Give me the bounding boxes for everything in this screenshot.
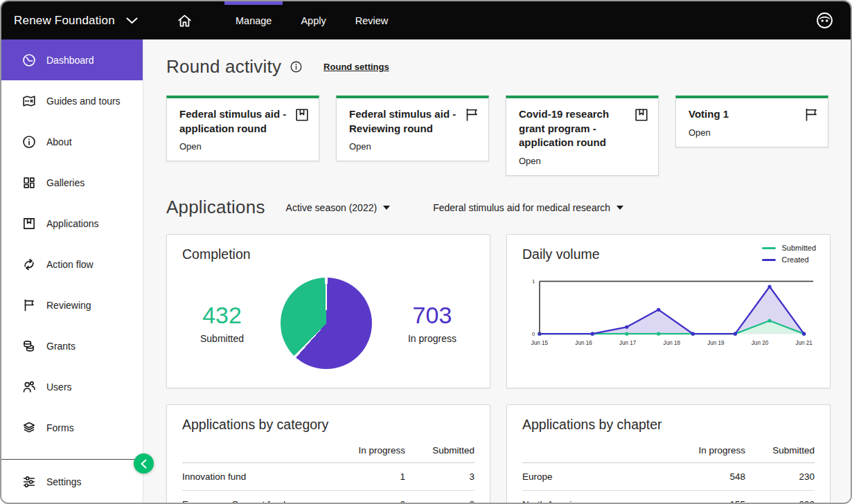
completion-pie-chart [281,278,372,369]
column-header: In progress [668,440,745,463]
sidebar-item-applications[interactable]: Applications [1,203,143,244]
sidebar-item-reviewing[interactable]: Reviewing [1,285,143,325]
chapter-table-title: Applications by chapter [522,417,815,433]
sidebar-item-grants[interactable]: Grants [1,325,143,366]
tab-manage[interactable]: Manage [221,1,286,39]
round-card[interactable]: Federal stimulus aid - application round… [166,96,319,161]
table-row: Innovation fund 1 3 [182,463,474,491]
round-card-status: Open [519,156,648,166]
round-cards: Federal stimulus aid - application round… [166,96,828,176]
chevron-down-icon [126,17,138,24]
chevron-left-icon [140,459,148,469]
grid-icon [21,175,37,190]
submitted-legend-swatch [762,247,776,249]
svg-text:0: 0 [532,331,535,337]
applications-title: Applications [166,197,265,218]
sidebar-item-settings[interactable]: Settings [1,460,143,504]
sidebar-item-galleries[interactable]: Galleries [1,162,143,203]
created-legend-swatch [762,259,776,261]
avatar-icon [815,11,834,30]
app-window: Renew Foundation Manage Apply Review [0,0,852,504]
dashboard-icon [21,53,37,68]
svg-text:Jun 20: Jun 20 [752,340,769,346]
round-card-status: Open [349,141,479,152]
sidebar-item-users[interactable]: Users [1,366,143,407]
svg-text:Jun 18: Jun 18 [664,340,681,346]
round-activity-info-button[interactable] [290,60,303,73]
legend-label: Created [781,255,808,264]
flag-icon [463,107,480,123]
sidebar-item-guides-and-tours[interactable]: Guides and tours [1,80,143,121]
round-card[interactable]: Federal stimulus aid - Reviewing round O… [336,96,489,161]
sidebar-item-dashboard[interactable]: Dashboard [1,39,143,80]
svg-text:1: 1 [532,278,535,285]
map-icon [21,93,37,109]
round-card-title: Federal stimulus aid - application round [179,107,309,136]
sidebar-item-action-flow[interactable]: Action flow [1,244,143,285]
in-progress-count: 703 [408,303,456,327]
applications-by-chapter-panel: Applications by chapter In progress Subm… [506,404,831,503]
layers-icon [21,420,37,435]
column-header: In progress [328,440,405,463]
applications-by-category-panel: Applications by category In progress Sub… [166,404,490,503]
table-row: Emergency Support fund 0 2 [182,491,474,503]
top-bar: Renew Foundation Manage Apply Review [1,1,851,39]
round-activity-title: Round activity [166,56,281,78]
round-activity-header: Round activity Round settings [166,56,828,78]
daily-volume-panel: Daily volume Submitted Created 10Jun 15J… [506,234,831,388]
in-progress-stat: 703 In progress [408,303,456,344]
daily-volume-chart: 10Jun 15Jun 16Jun 17Jun 18Jun 19Jun 20Ju… [522,272,815,350]
table-row: North America 155 202 [522,491,815,503]
submitted-count: 432 [200,303,244,327]
svg-text:Jun 15: Jun 15 [531,340,549,346]
tab-apply[interactable]: Apply [286,1,340,39]
svg-text:Jun 19: Jun 19 [707,340,725,346]
chart-legend: Submitted Created [762,244,816,264]
submitted-stat: 432 Submitted [200,303,244,344]
completion-panel: Completion 432 Submitted 703 In progress [166,234,490,388]
program-filter-dropdown[interactable]: Federal stimulus aid for medical researc… [433,202,623,213]
sidebar-item-forms[interactable]: Forms [1,407,143,448]
season-filter-dropdown[interactable]: Active season (2022) [286,202,391,213]
legend-label: Submitted [781,244,816,252]
bookmark-icon [633,107,650,123]
round-card[interactable]: Voting 1 Open [675,96,828,147]
svg-text:Jun 16: Jun 16 [575,340,592,346]
main-content: Round activity Round settings Federal st… [143,39,851,503]
completion-title: Completion [182,246,474,262]
in-progress-label: In progress [408,333,456,344]
tenant-switcher[interactable]: Renew Foundation [1,14,162,28]
round-card[interactable]: Covid-19 research grant program - applic… [506,96,659,176]
flag-icon [21,298,37,313]
caret-down-icon [616,206,623,210]
flow-arrows-icon [21,257,37,272]
dashboard-grid: Completion 432 Submitted 703 In progress… [166,234,828,503]
tenant-name: Renew Foundation [14,14,115,28]
home-button[interactable] [176,12,193,29]
user-menu-button[interactable] [815,11,834,30]
home-icon [176,12,193,29]
round-settings-link[interactable]: Round settings [323,62,389,72]
column-header: Submitted [405,440,474,463]
column-header: Submitted [745,440,815,463]
round-card-status: Open [689,127,818,138]
coins-icon [21,339,37,354]
info-circle-icon [21,134,37,150]
submitted-label: Submitted [200,333,244,344]
svg-text:Jun 17: Jun 17 [619,340,637,346]
applications-header: Applications Active season (2022) Federa… [166,197,828,218]
sidebar-collapse-button[interactable] [134,453,154,474]
flag-icon [803,107,819,123]
category-table: In progress Submitted Innovation fund 1 … [182,440,474,503]
svg-text:Jun 21: Jun 21 [795,340,813,346]
round-card-title: Federal stimulus aid - Reviewing round [349,107,479,136]
sliders-icon [21,474,37,489]
caret-down-icon [383,206,390,210]
bookmark-icon [294,107,310,123]
sidebar: Dashboard Guides and tours About Galleri… [1,39,143,503]
tab-review[interactable]: Review [341,1,403,39]
chapter-table: In progress Submitted Europe 548 230 Nor… [522,440,815,503]
sidebar-item-about[interactable]: About [1,121,143,162]
category-table-title: Applications by category [182,417,474,433]
info-circle-icon [290,60,303,73]
